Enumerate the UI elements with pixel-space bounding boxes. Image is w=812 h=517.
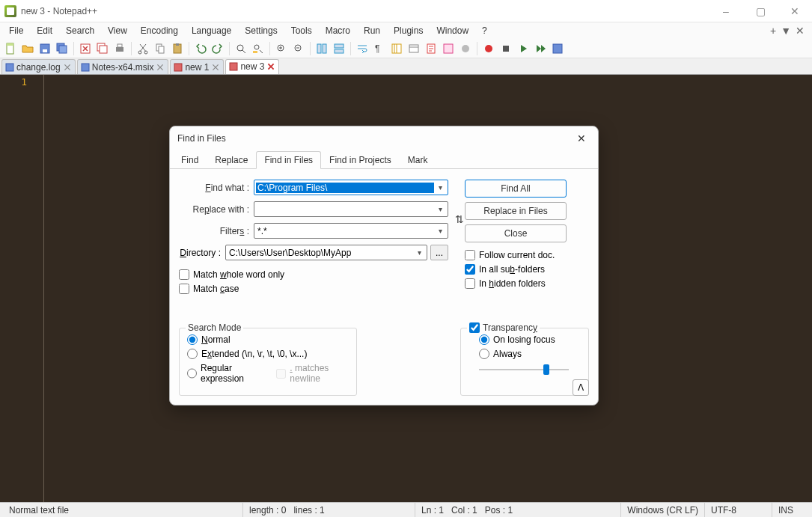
chevron-down-icon[interactable]: ▾ [434,227,446,235]
save-icon[interactable] [37,41,52,56]
find-icon[interactable] [233,41,248,56]
lang-icon[interactable] [406,41,421,56]
match-whole-word-check[interactable]: Match whole word only [179,269,448,280]
match-case-check[interactable]: Match case [179,284,448,294]
window-maximize-button[interactable]: ▢ [743,0,778,22]
dialog-title-bar[interactable]: Find in Files ✕ [170,126,598,150]
save-all-icon[interactable] [55,41,70,56]
filters-input[interactable]: ▾ [254,223,448,239]
zoom-in-icon[interactable] [274,41,289,56]
menu-more-icon[interactable]: ▼ [781,25,791,37]
directory-input[interactable]: ▾ [225,245,427,260]
menu-window[interactable]: Window [430,24,474,37]
new-file-icon[interactable] [3,41,18,56]
chevron-down-icon[interactable]: ▾ [434,183,446,192]
zoom-out-icon[interactable] [291,41,306,56]
find-what-input[interactable]: ▾ [254,180,448,195]
chevron-down-icon[interactable]: ▾ [434,205,446,213]
record-icon[interactable] [481,41,496,56]
transparency-check[interactable]: Transparency [467,322,540,333]
sync-v-icon[interactable] [314,41,329,56]
cut-icon[interactable] [135,41,150,56]
menu-macro[interactable]: Macro [320,24,356,37]
menu-plugins[interactable]: Plugins [388,24,429,37]
open-file-icon[interactable] [20,41,35,56]
search-mode-regex[interactable]: Regular expression . matches newline [187,363,349,384]
stop-icon[interactable] [498,41,513,56]
wrap-icon[interactable] [355,41,370,56]
sync-h-icon[interactable] [332,41,347,56]
replace-with-input[interactable]: ▾ [254,201,448,217]
dialog-tab-mark[interactable]: Mark [400,151,436,169]
menu-search[interactable]: Search [60,24,100,37]
chevron-down-icon[interactable]: ▾ [413,248,425,257]
play-multi-icon[interactable] [533,41,548,56]
replace-in-files-button[interactable]: Replace in Files [465,202,567,220]
transparency-slider[interactable] [479,363,569,376]
tab-close-icon[interactable] [266,62,275,71]
dialog-tab-find-in-projects[interactable]: Find in Projects [321,151,400,169]
app-icon [4,5,16,17]
dialog-close-button[interactable]: ✕ [573,129,590,147]
func-list-icon[interactable] [458,41,473,56]
dialog-tab-find-in-files[interactable]: Find in Files [256,151,321,169]
indent-guide-icon[interactable] [389,41,404,56]
save-macro-icon[interactable] [550,41,565,56]
search-mode-extended[interactable]: Extended (\n, \r, \t, \0, \x...) [187,349,349,359]
svg-rect-3 [43,49,47,52]
tab-close-icon[interactable] [211,63,220,72]
search-mode-normal[interactable]: Normal [187,334,349,345]
follow-current-doc-check[interactable]: Follow current doc. [465,250,589,260]
transparency-always[interactable]: Always [479,349,581,359]
transparency-on-losing-focus[interactable]: On losing focus [479,334,581,345]
redo-icon[interactable] [210,41,225,56]
swap-fields-button[interactable]: ⇅ [451,211,468,227]
menu-settings[interactable]: Settings [239,24,283,37]
menu-run[interactable]: Run [358,24,386,37]
status-encoding[interactable]: UTF-8 [704,503,772,517]
menu-encoding[interactable]: Encoding [135,24,184,37]
paste-icon[interactable] [170,41,185,56]
unsaved-file-icon [174,63,183,72]
close-dialog-button[interactable]: Close [465,224,567,242]
menu-file[interactable]: File [3,24,29,37]
menu-tools[interactable]: Tools [285,24,318,37]
menu-edit[interactable]: Edit [31,24,58,37]
svg-rect-36 [82,64,89,71]
close-file-icon[interactable] [78,41,93,56]
file-tab[interactable]: new 1 [170,59,224,74]
menu-view[interactable]: View [102,24,133,37]
file-tab[interactable]: change.log [1,59,76,74]
svg-rect-9 [116,47,123,52]
in-hidden-folders-check[interactable]: In hidden folders [465,278,589,289]
find-all-button[interactable]: Find All [465,180,567,198]
menu-close-icon[interactable]: ✕ [796,25,805,37]
doc-list-icon[interactable] [441,41,456,56]
doc-map-icon[interactable] [424,41,439,56]
vertical-scrollbar[interactable] [799,75,812,502]
status-eol[interactable]: Windows (CR LF) [620,503,704,517]
new-tab-plus-icon[interactable]: + [770,25,776,37]
window-close-button[interactable]: ✕ [778,0,812,22]
dialog-tabs: Find Replace Find in Files Find in Proje… [170,150,598,169]
file-tab[interactable]: Notes-x64.msix [77,59,169,74]
tab-close-icon[interactable] [63,63,72,72]
dialog-tab-replace[interactable]: Replace [207,151,256,169]
replace-icon[interactable] [251,41,266,56]
play-icon[interactable] [516,41,531,56]
in-all-subfolders-check[interactable]: In all sub-folders [465,264,589,275]
print-icon[interactable] [112,41,127,56]
dialog-tab-find[interactable]: Find [173,151,207,169]
copy-icon[interactable] [153,41,168,56]
show-chars-icon[interactable]: ¶ [372,41,387,56]
close-all-icon[interactable] [95,41,110,56]
menu-help[interactable]: ? [476,24,493,37]
browse-directory-button[interactable]: ... [430,245,448,260]
menu-language[interactable]: Language [186,24,237,37]
file-tab-active[interactable]: new 3 [225,59,279,74]
dialog-collapse-button[interactable]: ᐱ [573,379,589,396]
window-minimize-button[interactable]: – [709,0,743,22]
status-insert-mode[interactable]: INS [772,503,809,517]
tab-close-icon[interactable] [156,63,165,72]
undo-icon[interactable] [193,41,208,56]
